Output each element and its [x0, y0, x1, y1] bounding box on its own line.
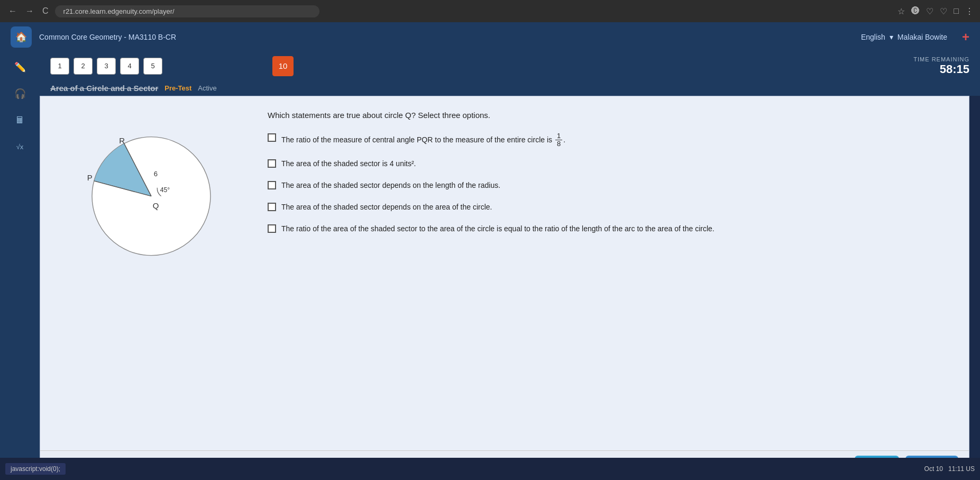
right-content: 1 2 3 4 5 10 TIME REMAINING 58:15 Area o…: [40, 51, 980, 480]
pretest-label: Pre-Test: [164, 84, 191, 92]
language-dropdown-icon[interactable]: ▾: [890, 33, 893, 41]
pencil-tool[interactable]: ✏️: [11, 58, 30, 77]
option-1[interactable]: The ratio of the measure of central angl…: [268, 132, 953, 148]
option-4[interactable]: The area of the shaded sector depends on…: [268, 202, 953, 213]
svg-text:6: 6: [154, 170, 158, 178]
taskbar-date: Oct 10: [924, 465, 943, 473]
language-label: English: [861, 33, 885, 41]
headphone-tool[interactable]: 🎧: [11, 84, 30, 103]
circle-diagram: R P Q 45° 6: [77, 112, 225, 260]
svg-text:R: R: [119, 136, 125, 145]
option-2-text: The area of the shaded sector is 4 units…: [281, 158, 416, 169]
extension-icon-1[interactable]: 🅒: [911, 6, 920, 16]
taskbar-time: 11:11 US: [948, 465, 975, 473]
topbar-right: English ▾ Malakai Bowite +: [861, 30, 969, 44]
option-4-text: The area of the shaded sector depends on…: [281, 202, 492, 213]
timer-label: TIME REMAINING: [913, 56, 969, 62]
course-title: Common Core Geometry - MA3110 B-CR: [39, 33, 176, 41]
option-3-checkbox[interactable]: [268, 181, 276, 189]
lesson-status: Active: [198, 84, 216, 92]
question-text-section: Which statements are true about circle Q…: [262, 96, 969, 450]
option-3-text: The area of the shaded sector depends on…: [281, 180, 500, 191]
option-3[interactable]: The area of the shaded sector depends on…: [268, 180, 953, 191]
page-wrapper: ← → C r21.core.learn.edgenuity.com/playe…: [0, 0, 980, 480]
math-tool[interactable]: √x: [11, 137, 30, 156]
question-4-btn[interactable]: 4: [120, 58, 139, 75]
option-5[interactable]: The ratio of the area of the shaded sect…: [268, 223, 953, 234]
svg-text:45°: 45°: [160, 186, 170, 194]
option-4-checkbox[interactable]: [268, 203, 276, 211]
question-5-btn[interactable]: 5: [143, 58, 162, 75]
nav-refresh-button[interactable]: C: [40, 4, 51, 18]
app-logo: 🏠: [11, 26, 32, 48]
username-label: Malakai Bowite: [897, 33, 947, 41]
option-1-text: The ratio of the measure of central angl…: [281, 132, 565, 148]
sub-header: 1 2 3 4 5 10 TIME REMAINING 58:15: [40, 51, 980, 80]
browser-actions: ☆ 🅒 ♡ ♡ □ ⋮: [897, 6, 974, 16]
question-3-btn[interactable]: 3: [97, 58, 116, 75]
url-bar[interactable]: r21.core.learn.edgenuity.com/player/: [55, 5, 319, 17]
option-2-checkbox[interactable]: [268, 159, 276, 168]
question-panel: R P Q 45° 6 Which stateme: [40, 96, 969, 480]
star-icon[interactable]: ☆: [897, 6, 905, 16]
add-button[interactable]: +: [962, 30, 969, 44]
taskbar-item[interactable]: javascript:void(0);: [5, 463, 66, 475]
taskbar-clock: Oct 10 11:11 US: [924, 465, 975, 473]
nav-forward-button[interactable]: →: [23, 4, 36, 18]
diagram-area: R P Q 45° 6: [40, 96, 262, 450]
lesson-title-row: Area of a Circle and a Sector Pre-Test A…: [40, 80, 980, 96]
extension-icon-2[interactable]: ♡: [926, 6, 933, 16]
taskbar: javascript:void(0); Oct 10 11:11 US: [0, 458, 980, 480]
question-prompt: Which statements are true about circle Q…: [268, 110, 953, 122]
svg-text:P: P: [87, 173, 93, 182]
calculator-tool[interactable]: 🖩: [11, 111, 30, 130]
timer-value: 58:15: [913, 62, 969, 76]
fraction-1-denominator: 8: [555, 140, 562, 148]
content-row: ✏️ 🎧 🖩 √x 1 2 3 4 5 10 TIME REMAINING 58…: [0, 51, 980, 480]
option-2[interactable]: The area of the shaded sector is 4 units…: [268, 158, 953, 169]
question-2-btn[interactable]: 2: [74, 58, 93, 75]
option-1-checkbox[interactable]: [268, 133, 276, 142]
left-tools: ✏️ 🎧 🖩 √x: [0, 51, 40, 480]
question-1-btn[interactable]: 1: [50, 58, 69, 75]
fraction-1-numerator: 1: [555, 132, 562, 140]
extension-icon-4[interactable]: □: [954, 6, 959, 16]
extension-icon-3[interactable]: ♡: [940, 6, 947, 16]
nav-back-button[interactable]: ←: [6, 4, 19, 18]
lesson-title: Area of a Circle and a Sector: [50, 84, 158, 93]
timer-section: TIME REMAINING 58:15: [913, 56, 969, 76]
question-current-btn[interactable]: 10: [272, 56, 294, 76]
question-body: R P Q 45° 6 Which stateme: [40, 96, 969, 450]
svg-text:Q: Q: [153, 201, 159, 210]
menu-icon[interactable]: ⋮: [965, 6, 974, 16]
app-topbar: 🏠 Common Core Geometry - MA3110 B-CR Eng…: [0, 22, 980, 51]
browser-chrome: ← → C r21.core.learn.edgenuity.com/playe…: [0, 0, 980, 22]
option-5-text: The ratio of the area of the shaded sect…: [281, 223, 715, 234]
option-5-checkbox[interactable]: [268, 224, 276, 233]
